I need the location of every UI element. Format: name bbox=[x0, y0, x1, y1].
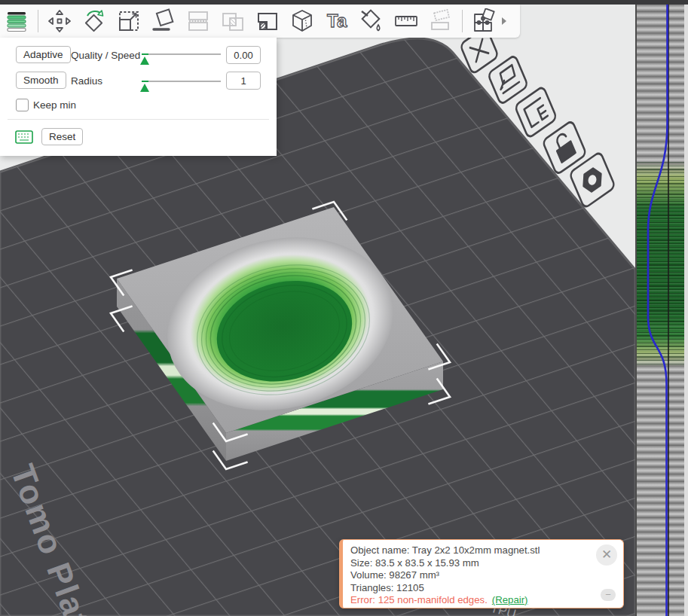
place-on-face-tool[interactable] bbox=[150, 8, 177, 35]
variable-layer-height-tool[interactable] bbox=[3, 8, 30, 35]
toolbar-separator bbox=[462, 10, 463, 32]
text-tool-glyph: Ta bbox=[327, 11, 347, 31]
scale-tool[interactable] bbox=[115, 8, 142, 35]
move-icon bbox=[47, 8, 72, 34]
info-close-button[interactable]: ✕ bbox=[596, 544, 617, 566]
toolbar-overflow-icon[interactable] bbox=[502, 17, 506, 25]
variable-layer-height-panel: Adaptive Quality / Speed Smooth Radius K… bbox=[0, 38, 277, 156]
assembly-view-tool[interactable] bbox=[470, 8, 497, 35]
right-margin-strip bbox=[684, 5, 688, 616]
slider-handle[interactable] bbox=[140, 84, 149, 92]
toolbar-separator bbox=[38, 10, 38, 32]
emboss-icon bbox=[428, 8, 454, 34]
slider-fill bbox=[142, 81, 148, 82]
text-tool[interactable]: Ta bbox=[323, 8, 350, 35]
support-painting-icon bbox=[255, 8, 280, 34]
slider-handle[interactable] bbox=[140, 56, 149, 65]
variable-layer-height-icon bbox=[5, 9, 29, 33]
layer-height-bar[interactable] bbox=[635, 5, 684, 616]
quality-speed-label: Quality / Speed bbox=[71, 50, 140, 61]
info-triangles: Triangles: 12105 bbox=[350, 582, 601, 595]
radius-value[interactable] bbox=[226, 72, 261, 90]
rotate-tool[interactable] bbox=[81, 8, 108, 35]
layer-height-profile[interactable] bbox=[637, 5, 684, 616]
seam-painting-tool[interactable] bbox=[289, 8, 316, 35]
measure-tool[interactable] bbox=[393, 8, 420, 35]
mesh-boolean-icon bbox=[220, 8, 246, 34]
text-tool-icon: Ta bbox=[324, 8, 350, 34]
measure-icon bbox=[393, 8, 419, 34]
emboss-tool[interactable] bbox=[427, 8, 454, 35]
color-painting-icon bbox=[359, 8, 384, 34]
info-minimize-button[interactable]: − bbox=[601, 589, 616, 601]
keep-min-label: Keep min bbox=[33, 99, 76, 111]
seam-painting-icon bbox=[289, 8, 315, 34]
info-volume: Volume: 98267 mm³ bbox=[350, 569, 601, 582]
quality-speed-slider[interactable] bbox=[142, 53, 221, 55]
rotate-icon bbox=[81, 8, 107, 34]
close-icon: ✕ bbox=[601, 549, 612, 562]
info-size: Size: 83.5 x 83.5 x 15.93 mm bbox=[350, 557, 601, 570]
cut-tool[interactable] bbox=[185, 8, 212, 35]
shortcut-keyboard-icon[interactable] bbox=[15, 130, 33, 146]
radius-slider[interactable] bbox=[142, 81, 221, 82]
keep-min-checkbox[interactable] bbox=[16, 99, 29, 111]
radius-label: Radius bbox=[71, 75, 102, 87]
slider-fill bbox=[142, 53, 148, 55]
repair-link[interactable]: (Repair) bbox=[492, 594, 528, 605]
object-info-box: Object name: Tray 2x2 10x2mm magnet.stl … bbox=[339, 539, 624, 608]
adaptive-button[interactable]: Adaptive bbox=[16, 46, 71, 63]
layer-height-curve[interactable] bbox=[648, 5, 668, 616]
place-on-face-icon bbox=[151, 8, 176, 34]
color-painting-tool[interactable] bbox=[358, 8, 385, 35]
cut-icon bbox=[185, 8, 211, 34]
info-object-name: Object name: Tray 2x2 10x2mm magnet.stl bbox=[350, 544, 601, 557]
info-error-text: Error: 125 non-manifold edges. bbox=[350, 594, 488, 605]
quality-speed-value[interactable] bbox=[226, 46, 261, 64]
reset-button[interactable]: Reset bbox=[41, 128, 83, 145]
move-tool[interactable] bbox=[46, 8, 73, 35]
support-painting-tool[interactable] bbox=[254, 8, 281, 35]
minimize-icon: − bbox=[605, 589, 611, 602]
smooth-button[interactable]: Smooth bbox=[16, 72, 66, 89]
main-toolbar: Ta bbox=[0, 5, 520, 38]
panel-divider bbox=[8, 119, 269, 120]
assembly-view-icon bbox=[471, 8, 497, 34]
scale-icon bbox=[116, 8, 142, 34]
mesh-boolean-tool[interactable] bbox=[219, 8, 246, 35]
